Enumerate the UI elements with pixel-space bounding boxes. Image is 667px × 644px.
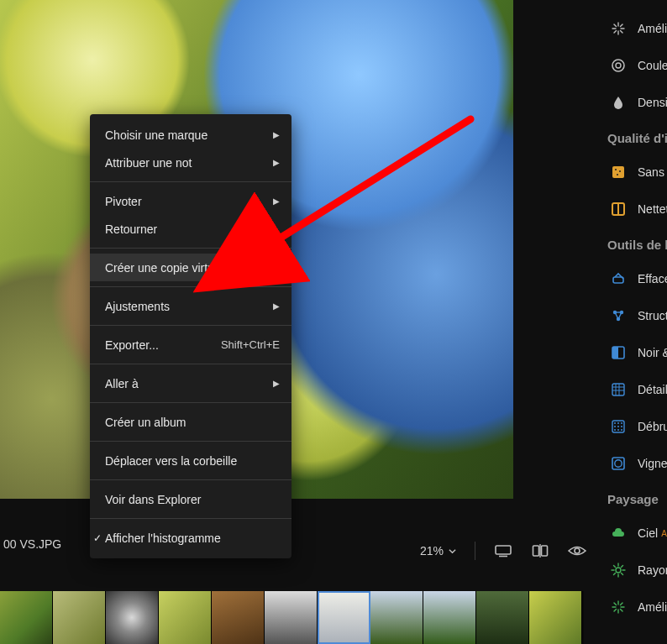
sidebar-item-label: Détails: [638, 383, 667, 396]
sidebar-group-title: Paysage: [513, 482, 667, 515]
menu-separator: [90, 181, 291, 182]
menu-item-pivoter[interactable]: Pivoter▶: [90, 187, 291, 215]
sidebar-group-title: Outils de b: [513, 228, 667, 260]
fit-screen-icon[interactable]: [494, 542, 512, 560]
thumbnail[interactable]: [106, 591, 159, 644]
sidebar-item-densit[interactable]: Densité: [513, 84, 667, 121]
sidebar-item-label: Effacer: [638, 272, 667, 285]
thumbnail[interactable]: [423, 591, 476, 644]
svg-rect-10: [612, 166, 624, 178]
svg-point-12: [619, 170, 621, 172]
submenu-arrow-icon: ▶: [273, 158, 280, 167]
filmstrip[interactable]: [0, 591, 584, 644]
sidebar-item-label: Netteté: [638, 202, 667, 216]
svg-point-9: [616, 63, 621, 68]
menu-item-afficher-l-histogramme[interactable]: ✓Afficher l'histogramme: [90, 524, 291, 552]
menu-item-label: Créer un album: [105, 416, 280, 429]
svg-line-48: [614, 573, 616, 575]
svg-rect-38: [612, 458, 624, 469]
menu-item-label: Ajustements: [105, 300, 265, 313]
menu-item-retourner[interactable]: Retourner: [90, 215, 291, 243]
preview-eye-icon[interactable]: [568, 542, 586, 560]
svg-line-45: [614, 566, 616, 568]
menu-item-exporter[interactable]: Exporter...Shift+Ctrl+E: [90, 331, 291, 359]
svg-point-63: [575, 548, 580, 553]
svg-point-37: [621, 429, 622, 431]
menu-item-cr-er-une-copie-virtuelle[interactable]: Créer une copie virtuelleCtrl + ': [90, 254, 291, 281]
sidebar-item-label: Densité: [638, 96, 667, 109]
menu-separator: [90, 286, 291, 287]
sidebar-item-nettet[interactable]: Netteté: [513, 191, 667, 228]
svg-rect-61: [542, 546, 548, 556]
sidebar-item-sans-br[interactable]: Sans br: [513, 154, 667, 191]
cloud-icon: [611, 526, 626, 541]
details-icon: [611, 382, 626, 397]
menu-item-label: Aller à: [105, 377, 265, 390]
svg-point-8: [612, 60, 624, 71]
vignette-icon: [611, 456, 626, 471]
sidebar-item-am-lio[interactable]: Amélio: [513, 10, 667, 47]
sidebar-item-structure[interactable]: Structure: [513, 297, 667, 334]
menu-item-label: Attribuer une not: [105, 156, 265, 170]
sidebar-item-label: Vignet: [638, 457, 667, 470]
separator: [475, 542, 475, 560]
sidebar-item-couleur[interactable]: Couleur: [513, 47, 667, 84]
ai-badge: AI: [661, 529, 667, 538]
noise-off-icon: [611, 165, 626, 180]
menu-item-ajustements[interactable]: Ajustements▶: [90, 292, 291, 320]
menu-item-aller[interactable]: Aller à▶: [90, 369, 291, 397]
menu-separator: [90, 518, 291, 519]
svg-point-29: [614, 422, 616, 424]
svg-point-34: [621, 426, 622, 427]
menu-item-choisir-une-marque[interactable]: Choisir une marque▶: [90, 121, 291, 149]
menu-item-d-placer-vers-la-corbeille[interactable]: Déplacer vers la corbeille: [90, 447, 291, 474]
thumbnail[interactable]: [0, 591, 53, 644]
thumbnail[interactable]: [318, 591, 370, 644]
thumbnail[interactable]: [529, 591, 582, 644]
svg-rect-58: [496, 546, 511, 554]
zoom-dropdown[interactable]: 21%: [420, 544, 456, 558]
svg-line-46: [622, 573, 623, 575]
svg-rect-23: [612, 384, 624, 395]
sidebar-item-label: Amélio: [638, 600, 667, 614]
submenu-arrow-icon: ▶: [273, 196, 280, 206]
thumbnail[interactable]: [212, 591, 265, 644]
svg-line-55: [621, 603, 623, 605]
svg-line-5: [621, 31, 623, 34]
sparkle-icon: [611, 599, 626, 615]
menu-separator: [90, 248, 291, 249]
thumbnail[interactable]: [265, 591, 318, 644]
svg-line-54: [621, 610, 623, 612]
menu-item-label: Retourner: [105, 223, 280, 236]
menu-item-label: Choisir une marque: [105, 128, 265, 142]
sidebar-item-noir[interactable]: Noir &: [513, 334, 667, 371]
svg-rect-60: [533, 546, 539, 556]
menu-item-voir-dans-explorer[interactable]: Voir dans Explorer: [90, 485, 291, 513]
svg-line-56: [614, 610, 617, 612]
sidebar-group-title: Qualité d'i: [513, 121, 667, 154]
svg-line-53: [614, 603, 617, 605]
menu-item-cr-er-un-album[interactable]: Créer un album: [90, 408, 291, 436]
context-menu: Choisir une marque▶Attribuer une not▶Piv…: [90, 114, 291, 558]
thumbnail[interactable]: [370, 591, 423, 644]
svg-line-4: [614, 24, 617, 27]
menu-item-attribuer-une-not[interactable]: Attribuer une not▶: [90, 149, 291, 176]
sidebar-item-label: Amélio: [638, 22, 667, 35]
sidebar-item-d-tails[interactable]: Détails: [513, 371, 667, 408]
sidebar-item-effacer[interactable]: Effacer: [513, 260, 667, 297]
svg-point-39: [615, 460, 622, 467]
submenu-arrow-icon: ▶: [273, 130, 280, 139]
svg-point-31: [621, 422, 622, 424]
submenu-arrow-icon: ▶: [273, 301, 280, 311]
sidebar-item-label: Débruit: [638, 420, 667, 433]
sidebar-item-vignet[interactable]: Vignet: [513, 445, 667, 482]
droplet-icon: [611, 95, 626, 110]
thumbnail[interactable]: [476, 591, 529, 644]
thumbnail[interactable]: [159, 591, 212, 644]
sidebar-item-label: Sans br: [638, 165, 667, 179]
thumbnail[interactable]: [53, 591, 106, 644]
eraser-icon: [611, 271, 626, 286]
sidebar-item-d-bruit[interactable]: Débruit: [513, 408, 667, 445]
compare-icon[interactable]: [531, 542, 549, 560]
menu-item-label: Pivoter: [105, 195, 265, 208]
